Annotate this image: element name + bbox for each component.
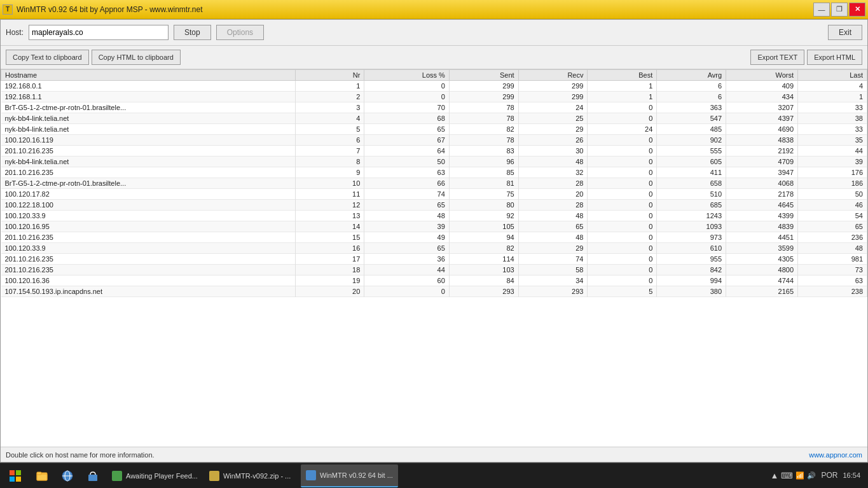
cell-10-5: 0: [588, 189, 657, 200]
cell-3-1: 4: [295, 113, 364, 124]
cell-2-0: BrT-G5-1-2-ctme-pr-rotn-01.brasiltele...: [1, 102, 296, 113]
host-input[interactable]: [29, 25, 169, 40]
table-row[interactable]: 201.10.216.23576483300555219244: [1, 146, 867, 157]
cell-7-1: 8: [295, 157, 364, 167]
table-row[interactable]: BrT-G5-1-2-ctme-pr-rotn-01.brasiltele...…: [1, 178, 867, 189]
cell-1-6: 6: [657, 92, 726, 102]
cell-17-8: 73: [798, 265, 867, 275]
cell-6-7: 2192: [726, 146, 798, 157]
cell-8-8: 176: [798, 167, 867, 178]
taskbar-app-1[interactable]: WinMTR-v092.zip - ...: [204, 464, 300, 487]
table-row[interactable]: 201.10.216.23517361147409554305981: [1, 254, 867, 265]
table-row[interactable]: 201.10.216.235963853204113947176: [1, 167, 867, 178]
cell-16-2: 36: [364, 254, 450, 265]
cell-13-0: 100.120.16.95: [1, 221, 296, 232]
table-area[interactable]: HostnameNrLoss %SentRecvBestAvrgWorstLas…: [1, 69, 867, 447]
tray-chevron[interactable]: ▲: [771, 471, 779, 480]
cell-10-6: 510: [657, 189, 726, 200]
taskbar-browser[interactable]: [56, 464, 79, 487]
table-row[interactable]: BrT-G5-1-2-ctme-pr-rotn-01.brasiltele...…: [1, 102, 867, 113]
cell-2-4: 24: [518, 102, 588, 113]
close-button[interactable]: ✕: [849, 3, 865, 17]
table-row[interactable]: 201.10.216.2351549944809734451236: [1, 232, 867, 243]
cell-13-7: 4839: [726, 221, 798, 232]
table-row[interactable]: 201.10.216.2351844103580842480073: [1, 265, 867, 275]
cell-12-0: 100.120.33.9: [1, 211, 296, 221]
table-row[interactable]: 100.120.16.9514391056501093483965: [1, 221, 867, 232]
copy-html-button[interactable]: Copy HTML to clipboard: [92, 50, 181, 65]
cell-6-8: 44: [798, 146, 867, 157]
stop-button[interactable]: Stop: [174, 25, 211, 40]
cell-9-8: 186: [798, 178, 867, 189]
taskbar-file-manager[interactable]: [31, 464, 53, 487]
table-row[interactable]: 100.122.18.100126580280685464546: [1, 200, 867, 211]
table-row[interactable]: 192.168.0.110299299164094: [1, 81, 867, 92]
cell-4-5: 24: [588, 124, 657, 135]
cell-14-0: 201.10.216.235: [1, 232, 296, 243]
cell-18-6: 994: [657, 275, 726, 286]
tray-volume[interactable]: 🔊: [807, 471, 816, 480]
start-button[interactable]: [3, 463, 28, 489]
cell-3-7: 4397: [726, 113, 798, 124]
cell-12-2: 48: [364, 211, 450, 221]
cell-0-4: 299: [518, 81, 588, 92]
cell-18-5: 0: [588, 275, 657, 286]
restore-button[interactable]: ❐: [831, 3, 848, 17]
cell-4-3: 82: [449, 124, 518, 135]
cell-8-7: 3947: [726, 167, 798, 178]
taskbar-app-icon-2: [306, 470, 316, 480]
minimize-button[interactable]: —: [813, 3, 830, 17]
taskbar-app-0[interactable]: Awaiting Player Feed...: [107, 464, 203, 487]
cell-2-5: 0: [588, 102, 657, 113]
cell-2-1: 3: [295, 102, 364, 113]
cell-19-4: 293: [518, 286, 588, 297]
appnor-link[interactable]: www.appnor.com: [809, 451, 862, 459]
cell-9-6: 658: [657, 178, 726, 189]
exit-button[interactable]: Exit: [828, 25, 862, 40]
table-row[interactable]: nyk-bb4-link.telia.net46878250547439738: [1, 113, 867, 124]
cell-7-7: 4709: [726, 157, 798, 167]
cell-4-6: 485: [657, 124, 726, 135]
table-row[interactable]: nyk-bb4-link.telia.net565822924485469033: [1, 124, 867, 135]
export-html-button[interactable]: Export HTML: [807, 50, 862, 65]
cell-9-0: BrT-G5-1-2-ctme-pr-rotn-01.brasiltele...: [1, 178, 296, 189]
copy-text-button[interactable]: Copy Text to clipboard: [6, 50, 89, 65]
table-row[interactable]: 192.168.1.120299299164341: [1, 92, 867, 102]
tray-network[interactable]: 📶: [796, 471, 804, 480]
options-button[interactable]: Options: [216, 25, 264, 40]
cell-19-1: 20: [295, 286, 364, 297]
table-row[interactable]: 107.154.50.193.ip.incapdns.net2002932935…: [1, 286, 867, 297]
cell-6-0: 201.10.216.235: [1, 146, 296, 157]
cell-13-8: 65: [798, 221, 867, 232]
host-label: Host:: [6, 28, 24, 37]
cell-13-6: 1093: [657, 221, 726, 232]
status-bar: Double click on host name for more infor…: [1, 447, 867, 462]
cell-11-7: 4645: [726, 200, 798, 211]
cell-7-2: 50: [364, 157, 450, 167]
toolbar: Host: Stop Options Exit: [1, 20, 867, 46]
taskbar-app-2[interactable]: WinMTR v0.92 64 bit ...: [301, 464, 398, 487]
tray-keyboard[interactable]: ⌨: [781, 471, 793, 480]
col-header-avrg: Avrg: [657, 70, 726, 81]
cell-11-6: 685: [657, 200, 726, 211]
cell-0-5: 1: [588, 81, 657, 92]
cell-1-7: 434: [726, 92, 798, 102]
table-row[interactable]: 100.120.33.9166582290610359948: [1, 243, 867, 254]
cell-7-6: 605: [657, 157, 726, 167]
cell-4-2: 65: [364, 124, 450, 135]
cell-16-8: 981: [798, 254, 867, 265]
table-row[interactable]: 100.120.17.82117475200510217850: [1, 189, 867, 200]
taskbar-store[interactable]: [81, 464, 104, 487]
export-text-button[interactable]: Export TEXT: [750, 50, 804, 65]
main-window: Host: Stop Options Exit Copy Text to cli…: [0, 19, 868, 463]
cell-12-6: 1243: [657, 211, 726, 221]
app-icon: T: [3, 4, 13, 15]
table-row[interactable]: 100.120.16.36196084340994474463: [1, 275, 867, 286]
table-row[interactable]: 100.120.33.91348924801243439954: [1, 211, 867, 221]
cell-2-8: 33: [798, 102, 867, 113]
cell-7-8: 39: [798, 157, 867, 167]
table-row[interactable]: nyk-bb4-link.telia.net85096480605470939: [1, 157, 867, 167]
cell-10-2: 74: [364, 189, 450, 200]
table-row[interactable]: 100.120.16.11966778260902483835: [1, 135, 867, 146]
cell-12-8: 54: [798, 211, 867, 221]
